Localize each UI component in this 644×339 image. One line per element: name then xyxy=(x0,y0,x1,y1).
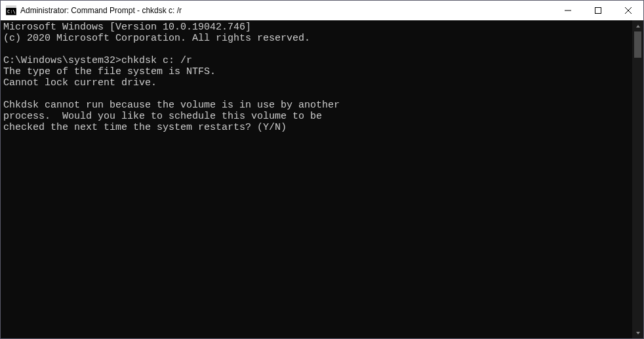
terminal-line: (c) 2020 Microsoft Corporation. All righ… xyxy=(3,33,630,44)
terminal-line: Cannot lock current drive. xyxy=(3,77,630,89)
minimize-button[interactable] xyxy=(553,1,583,20)
app-icon: C:\ xyxy=(6,5,16,16)
window-controls xyxy=(553,1,643,20)
vertical-scrollbar[interactable] xyxy=(632,20,643,338)
maximize-button[interactable] xyxy=(583,1,613,20)
terminal-line: checked the next time the system restart… xyxy=(3,122,630,133)
terminal-line xyxy=(3,44,630,55)
terminal-line xyxy=(3,89,630,100)
scroll-up-button[interactable] xyxy=(632,20,643,31)
svg-rect-1 xyxy=(6,6,16,8)
content-area: Microsoft Windows [Version 10.0.19042.74… xyxy=(1,20,643,338)
svg-marker-8 xyxy=(636,332,640,334)
close-button[interactable] xyxy=(613,1,643,20)
scrollbar-thumb[interactable] xyxy=(634,31,641,58)
terminal-line: C:\Windows\system32>chkdsk c: /r xyxy=(3,55,630,66)
svg-text:C:\: C:\ xyxy=(7,9,16,14)
svg-marker-7 xyxy=(636,25,640,28)
command-prompt-window: C:\ Administrator: Command Prompt - chkd… xyxy=(0,0,644,339)
terminal-output[interactable]: Microsoft Windows [Version 10.0.19042.74… xyxy=(1,20,632,338)
terminal-line: The type of the file system is NTFS. xyxy=(3,66,630,77)
titlebar[interactable]: C:\ Administrator: Command Prompt - chkd… xyxy=(1,1,643,20)
scroll-down-button[interactable] xyxy=(632,327,643,338)
window-title: Administrator: Command Prompt - chkdsk c… xyxy=(20,6,553,15)
terminal-line: process. Would you like to schedule this… xyxy=(3,111,630,122)
terminal-line: Chkdsk cannot run because the volume is … xyxy=(3,100,630,111)
terminal-line: Microsoft Windows [Version 10.0.19042.74… xyxy=(3,22,630,33)
svg-rect-4 xyxy=(595,8,601,14)
